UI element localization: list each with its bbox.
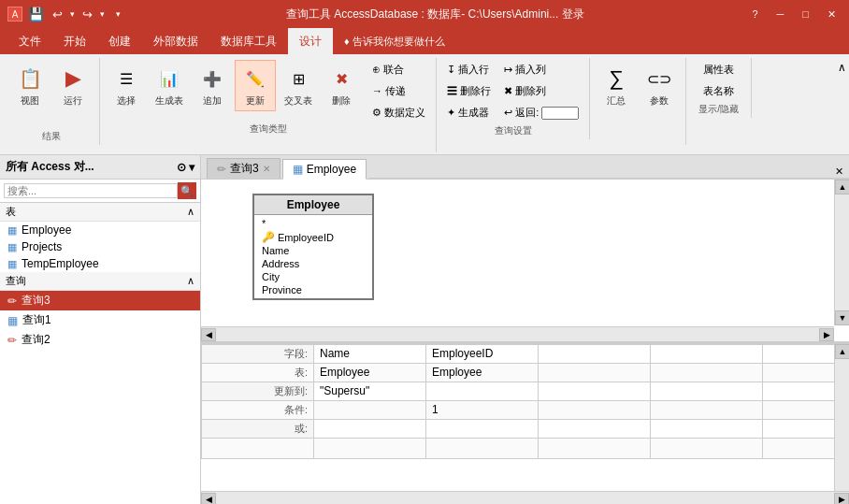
query3-tab[interactable]: ✏ 查询3 ✕ <box>207 158 281 179</box>
return-button[interactable]: ↩ 返回: <box>499 103 583 122</box>
minimize-button[interactable]: ─ <box>771 7 790 22</box>
select-button[interactable]: ☰ 选择 <box>106 60 147 111</box>
update-col3[interactable] <box>539 382 651 401</box>
query2-label: 查询2 <box>22 332 50 348</box>
or-col3[interactable] <box>539 420 651 439</box>
scroll-left-button[interactable]: ◀ <box>201 328 216 341</box>
scroll-right-button[interactable]: ▶ <box>819 328 834 341</box>
tempemployee-table-icon: ▦ <box>7 258 17 270</box>
field-col2[interactable]: EmployeeID <box>426 345 539 364</box>
properties-button[interactable]: 属性表 <box>698 60 739 79</box>
condition-col3[interactable] <box>539 401 651 420</box>
tables-section-header[interactable]: 表 ∧ <box>0 203 200 222</box>
condition-col4[interactable] <box>651 401 763 420</box>
append-button[interactable]: ➕ 追加 <box>192 60 233 111</box>
grid-row-update: 更新到: "Supersu" <box>202 382 850 401</box>
delete-icon: ✖ <box>326 64 356 94</box>
close-button[interactable]: ✕ <box>822 7 842 22</box>
employee-tab[interactable]: ▦ Employee <box>282 159 367 180</box>
datadef-button[interactable]: ⚙ 数据定义 <box>367 103 430 122</box>
table-col1[interactable]: Employee <box>314 364 426 382</box>
nav-item-employee[interactable]: ▦ Employee <box>0 222 200 238</box>
tab-search[interactable]: ♦ 告诉我你想要做什么 <box>333 28 456 54</box>
table-col4[interactable] <box>651 364 763 382</box>
queries-section-arrow: ∧ <box>187 275 194 287</box>
scroll-down-button[interactable]: ▼ <box>835 310 849 325</box>
left-panel-title: 所有 Access 对... <box>6 159 94 175</box>
table-col2[interactable]: Employee <box>426 364 539 382</box>
update-col2[interactable] <box>426 382 539 401</box>
tables-section-arrow: ∧ <box>187 206 194 218</box>
view-button[interactable]: 📋 视图 <box>9 60 50 111</box>
condition-col1[interactable] <box>314 401 426 420</box>
save-icon[interactable]: 💾 <box>28 7 44 22</box>
or-col2[interactable] <box>426 420 539 439</box>
delete-col-button[interactable]: ✖ 删除列 <box>499 81 583 101</box>
crosstab-icon: ⊞ <box>283 64 313 94</box>
tab-create[interactable]: 创建 <box>97 28 142 54</box>
left-panel-dropdown-icon[interactable]: ⊙ ▾ <box>177 161 194 174</box>
nav-item-query3[interactable]: ✏ 查询3 <box>0 291 200 310</box>
tab-start[interactable]: 开始 <box>52 28 97 54</box>
scroll-up-button[interactable]: ▲ <box>835 180 849 194</box>
condition-col2[interactable]: 1 <box>426 401 539 420</box>
empty-col2[interactable] <box>426 439 539 459</box>
tab-file[interactable]: 文件 <box>7 28 52 54</box>
nav-item-projects[interactable]: ▦ Projects <box>0 238 200 255</box>
undo-icon[interactable]: ↩ <box>50 6 65 23</box>
or-col4[interactable] <box>651 420 763 439</box>
grid-scroll-right-button[interactable]: ▶ <box>834 493 849 505</box>
tab-external[interactable]: 外部数据 <box>142 28 209 54</box>
grid-scroll-left-button[interactable]: ◀ <box>201 493 216 505</box>
field-col3[interactable] <box>539 345 651 364</box>
run-button[interactable]: ▶ 运行 <box>52 60 94 111</box>
tablenames-button[interactable]: 表名称 <box>698 81 739 101</box>
update-col4[interactable] <box>651 382 763 401</box>
insert-col-button[interactable]: ↦ 插入列 <box>499 60 583 79</box>
queries-section-header[interactable]: 查询 ∧ <box>0 272 200 291</box>
nav-item-query1[interactable]: ▦ 查询1 <box>0 310 200 330</box>
field-col1[interactable]: Name <box>314 345 426 364</box>
builder-button[interactable]: ✦ 生成器 <box>442 103 496 122</box>
pass-button[interactable]: → 传递 <box>367 81 430 101</box>
make-table-button[interactable]: 📊 生成表 <box>149 60 190 111</box>
grid-row-condition: 条件: 1 <box>202 401 850 420</box>
ribbon-group-results: 📋 视图 ▶ 运行 结果 <box>4 58 100 145</box>
delete-button[interactable]: ✖ 删除 <box>321 60 362 111</box>
redo-dropdown-icon[interactable]: ▾ <box>97 7 108 21</box>
query-tabs: ✏ 查询3 ✕ ▦ Employee ✕ <box>201 155 849 180</box>
totals-button[interactable]: ∑ 汇总 <box>596 60 637 111</box>
empty-col3[interactable] <box>539 439 651 459</box>
more-icon[interactable]: ▾ <box>113 7 123 21</box>
delete-row-button[interactable]: ☰ 删除行 <box>442 81 496 101</box>
help-button[interactable]: ? <box>746 7 763 22</box>
ribbon-tabs: 文件 开始 创建 外部数据 数据库工具 设计 ♦ 告诉我你想要做什么 <box>0 28 849 54</box>
redo-icon[interactable]: ↪ <box>79 6 95 23</box>
insert-row-button[interactable]: ↧ 插入行 <box>442 60 496 79</box>
grid-scroll-up-button[interactable]: ▲ <box>835 344 849 359</box>
empty-col4[interactable] <box>651 439 763 459</box>
nav-item-tempemployee[interactable]: ▦ TempEmployee <box>0 255 200 272</box>
table-box-body: * 🔑 EmployeeID Name Address City Provinc… <box>254 215 372 298</box>
undo-dropdown-icon[interactable]: ▾ <box>67 7 78 21</box>
tab-close-button[interactable]: ✕ <box>829 166 849 179</box>
ribbon-collapse-button[interactable]: ∧ <box>835 58 849 77</box>
update-button[interactable]: ✏️ 更新 <box>235 60 276 111</box>
field-col4[interactable] <box>651 345 763 364</box>
update-col1[interactable]: "Supersu" <box>314 382 426 401</box>
or-col1[interactable] <box>314 420 426 439</box>
table-col3[interactable] <box>539 364 651 382</box>
union-button[interactable]: ⊕ 联合 <box>367 60 430 79</box>
query3-tab-close[interactable]: ✕ <box>263 164 270 174</box>
params-button[interactable]: ⊂⊃ 参数 <box>639 60 680 111</box>
nav-item-query2[interactable]: ✏ 查询2 <box>0 330 200 350</box>
search-box: 🔍 <box>0 180 200 203</box>
empty-col1[interactable] <box>314 439 426 459</box>
tab-design[interactable]: 设计 <box>288 28 333 54</box>
tab-dbtools[interactable]: 数据库工具 <box>209 28 288 54</box>
crosstab-button[interactable]: ⊞ 交叉表 <box>278 60 319 111</box>
restore-button[interactable]: □ <box>797 7 814 22</box>
search-button[interactable]: 🔍 <box>178 182 196 199</box>
search-input[interactable] <box>4 183 178 198</box>
view-label: 视图 <box>21 94 39 108</box>
